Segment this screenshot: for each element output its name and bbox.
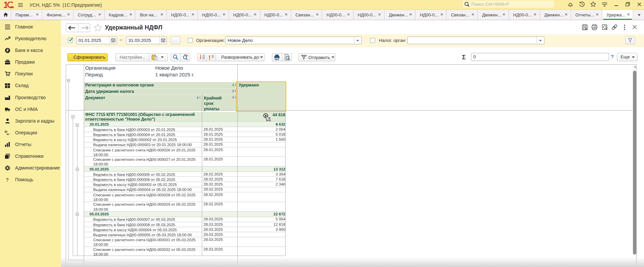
svg-text:₽: ₽ (6, 49, 9, 52)
svg-text:Кт: Кт (7, 133, 9, 136)
svg-text:?: ? (6, 177, 9, 183)
svg-text:Дт: Дт (5, 130, 8, 133)
